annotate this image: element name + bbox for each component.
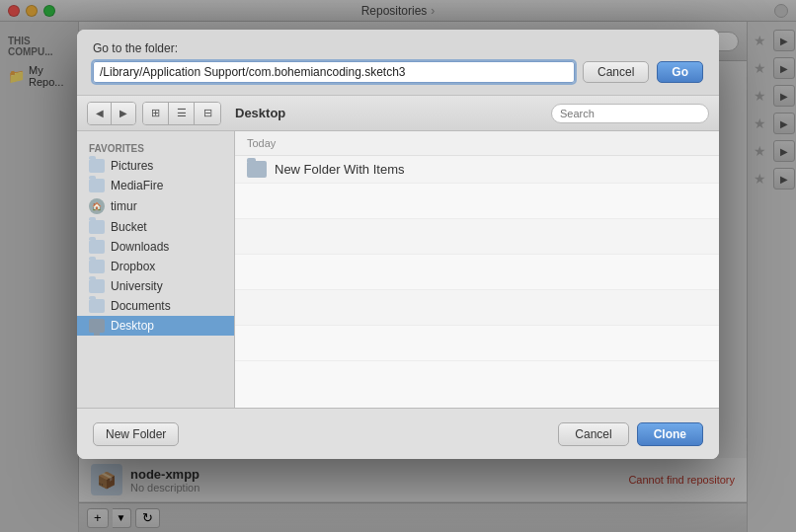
sidebar-item-timur[interactable]: 🏠 timur <box>77 195 234 217</box>
file-list-header: Today <box>235 131 719 156</box>
dialog-view-icon-button[interactable]: ⊞ <box>143 103 169 124</box>
new-folder-button[interactable]: New Folder <box>93 422 179 446</box>
list-item-empty-5 <box>235 326 719 361</box>
list-item-empty-1 <box>235 184 719 219</box>
dialog-back-button[interactable]: ◀ <box>88 103 112 124</box>
sidebar-item-dropbox[interactable]: Dropbox <box>77 257 234 276</box>
sidebar-item-bucket[interactable]: Bucket <box>77 217 234 237</box>
file-name: New Folder With Items <box>275 162 404 177</box>
sidebar-item-mediafire[interactable]: MediaFire <box>77 176 234 195</box>
folder-icon-dropbox <box>89 260 105 273</box>
dialog-forward-button[interactable]: ▶ <box>112 103 135 124</box>
desktop-icon <box>89 319 105 333</box>
folder-icon-downloads <box>89 240 105 254</box>
sidebar-item-desktop-label: Desktop <box>111 319 154 333</box>
dialog-view-cols-button[interactable]: ⊟ <box>195 103 220 124</box>
modal-overlay: Go to the folder: Cancel Go ◀ ▶ ⊞ ☰ ⊟ <box>0 0 796 532</box>
dialog-nav-buttons: ◀ ▶ <box>87 102 136 125</box>
sidebar-item-downloads-label: Downloads <box>111 240 169 254</box>
dialog-view-list-button[interactable]: ☰ <box>169 103 195 124</box>
folder-icon-university <box>89 279 105 293</box>
sidebar-item-bucket-label: Bucket <box>111 220 147 234</box>
file-dialog: Go to the folder: Cancel Go ◀ ▶ ⊞ ☰ ⊟ <box>77 30 719 459</box>
sidebar-item-mediafire-label: MediaFire <box>111 179 163 192</box>
folder-icon-bucket <box>89 220 105 234</box>
sidebar-item-pictures-label: Pictures <box>111 159 153 173</box>
sidebar-item-pictures[interactable]: Pictures <box>77 156 234 176</box>
sidebar-item-documents[interactable]: Documents <box>77 296 234 316</box>
dialog-search-input[interactable] <box>551 104 709 123</box>
list-item-empty-4 <box>235 290 719 326</box>
folder-icon-pictures <box>89 159 105 173</box>
dialog-sidebar-section-label: FAVORITES <box>77 139 234 156</box>
sidebar-item-dropbox-label: Dropbox <box>111 260 155 273</box>
goto-label: Go to the folder: <box>93 41 703 55</box>
list-item-empty-2 <box>235 219 719 255</box>
app-window: Repositories › THIS COMPU... 📁 My Repo..… <box>0 0 796 532</box>
clone-button[interactable]: Clone <box>637 422 703 446</box>
dialog-sidebar: FAVORITES Pictures MediaFire 🏠 timur <box>77 131 235 408</box>
dialog-footer: New Folder Cancel Clone <box>77 408 719 459</box>
list-item-empty-3 <box>235 255 719 290</box>
sidebar-item-downloads[interactable]: Downloads <box>77 237 234 257</box>
goto-cancel-button[interactable]: Cancel <box>583 61 649 83</box>
folder-icon-documents <box>89 299 105 313</box>
folder-icon-mediafire <box>89 179 105 192</box>
goto-bar: Go to the folder: Cancel Go <box>77 30 719 96</box>
dialog-body: FAVORITES Pictures MediaFire 🏠 timur <box>77 131 719 408</box>
sidebar-item-desktop[interactable]: Desktop <box>77 316 234 336</box>
file-folder-icon <box>247 161 267 178</box>
sidebar-item-timur-label: timur <box>111 199 137 213</box>
dialog-toolbar: ◀ ▶ ⊞ ☰ ⊟ Desktop <box>77 96 719 131</box>
file-list: Today New Folder With Items <box>235 131 719 408</box>
dialog-location-label: Desktop <box>235 106 285 120</box>
goto-input[interactable] <box>93 61 575 83</box>
list-item[interactable]: New Folder With Items <box>235 156 719 184</box>
cancel-button[interactable]: Cancel <box>558 422 628 446</box>
user-icon-timur: 🏠 <box>89 198 105 214</box>
sidebar-item-university-label: University <box>111 279 163 293</box>
dialog-view-buttons: ⊞ ☰ ⊟ <box>142 102 221 125</box>
sidebar-item-documents-label: Documents <box>111 299 171 313</box>
goto-row: Cancel Go <box>93 61 703 83</box>
goto-go-button[interactable]: Go <box>657 61 703 83</box>
sidebar-item-university[interactable]: University <box>77 276 234 296</box>
